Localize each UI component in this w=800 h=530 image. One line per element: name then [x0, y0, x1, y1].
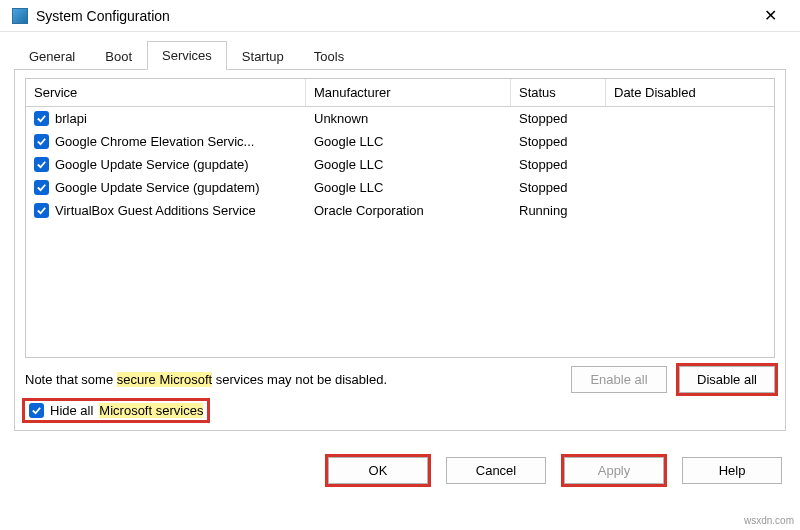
status-cell: Running — [511, 201, 606, 220]
checkbox-icon[interactable] — [34, 134, 49, 149]
services-panel: Service Manufacturer Status Date Disable… — [14, 70, 786, 431]
checkbox-icon[interactable] — [34, 157, 49, 172]
service-name: Google Update Service (gupdate) — [55, 157, 249, 172]
watermark: wsxdn.com — [744, 515, 794, 526]
note-highlight: secure Microsoft — [117, 372, 212, 387]
cancel-button[interactable]: Cancel — [446, 457, 546, 484]
date-disabled-cell — [606, 186, 774, 190]
hide-label-prefix: Hide all — [50, 403, 93, 418]
table-row[interactable]: brlapiUnknownStopped — [26, 107, 774, 130]
service-cell: brlapi — [26, 109, 306, 128]
manufacturer-cell: Oracle Corporation — [306, 201, 511, 220]
service-name: VirtualBox Guest Additions Service — [55, 203, 256, 218]
listview-body: brlapiUnknownStoppedGoogle Chrome Elevat… — [26, 107, 774, 222]
window-title: System Configuration — [36, 8, 170, 24]
service-cell: Google Update Service (gupdate) — [26, 155, 306, 174]
date-disabled-cell — [606, 163, 774, 167]
column-service[interactable]: Service — [26, 79, 306, 106]
status-cell: Stopped — [511, 178, 606, 197]
tab-strip: General Boot Services Startup Tools — [14, 40, 786, 70]
service-cell: VirtualBox Guest Additions Service — [26, 201, 306, 220]
service-name: brlapi — [55, 111, 87, 126]
status-cell: Stopped — [511, 109, 606, 128]
close-button[interactable]: ✕ — [750, 6, 790, 25]
tab-boot[interactable]: Boot — [90, 42, 147, 70]
disable-all-button[interactable]: Disable all — [679, 366, 775, 393]
manufacturer-cell: Google LLC — [306, 155, 511, 174]
manufacturer-cell: Google LLC — [306, 132, 511, 151]
date-disabled-cell — [606, 140, 774, 144]
column-manufacturer[interactable]: Manufacturer — [306, 79, 511, 106]
manufacturer-cell: Unknown — [306, 109, 511, 128]
tab-startup[interactable]: Startup — [227, 42, 299, 70]
date-disabled-cell — [606, 117, 774, 121]
tab-tools[interactable]: Tools — [299, 42, 359, 70]
column-date-disabled[interactable]: Date Disabled — [606, 79, 774, 106]
services-listview[interactable]: Service Manufacturer Status Date Disable… — [25, 78, 775, 358]
service-cell: Google Chrome Elevation Servic... — [26, 132, 306, 151]
note-prefix: Note that some — [25, 372, 117, 387]
date-disabled-cell — [606, 209, 774, 213]
ok-button[interactable]: OK — [328, 457, 428, 484]
tab-services[interactable]: Services — [147, 41, 227, 70]
table-row[interactable]: Google Update Service (gupdate)Google LL… — [26, 153, 774, 176]
service-cell: Google Update Service (gupdatem) — [26, 178, 306, 197]
manufacturer-cell: Google LLC — [306, 178, 511, 197]
table-row[interactable]: Google Chrome Elevation Servic...Google … — [26, 130, 774, 153]
checkbox-icon — [29, 403, 44, 418]
checkbox-icon[interactable] — [34, 203, 49, 218]
column-status[interactable]: Status — [511, 79, 606, 106]
enable-all-button[interactable]: Enable all — [571, 366, 667, 393]
service-name: Google Chrome Elevation Servic... — [55, 134, 254, 149]
dialog-buttons: OK Cancel Apply Help — [0, 443, 800, 494]
listview-header: Service Manufacturer Status Date Disable… — [26, 79, 774, 107]
service-name: Google Update Service (gupdatem) — [55, 180, 260, 195]
titlebar: System Configuration ✕ — [0, 0, 800, 32]
note-suffix: services may not be disabled. — [212, 372, 387, 387]
status-cell: Stopped — [511, 155, 606, 174]
checkbox-icon[interactable] — [34, 180, 49, 195]
app-icon — [12, 8, 28, 24]
table-row[interactable]: VirtualBox Guest Additions ServiceOracle… — [26, 199, 774, 222]
hide-microsoft-checkbox[interactable]: Hide all Microsoft services — [25, 401, 207, 420]
table-row[interactable]: Google Update Service (gupdatem)Google L… — [26, 176, 774, 199]
checkbox-icon[interactable] — [34, 111, 49, 126]
hide-label-highlight: Microsoft services — [99, 403, 203, 418]
note-text: Note that some secure Microsoft services… — [25, 372, 559, 387]
client-area: General Boot Services Startup Tools Serv… — [0, 32, 800, 443]
tab-general[interactable]: General — [14, 42, 90, 70]
status-cell: Stopped — [511, 132, 606, 151]
apply-button[interactable]: Apply — [564, 457, 664, 484]
note-row: Note that some secure Microsoft services… — [25, 366, 775, 393]
help-button[interactable]: Help — [682, 457, 782, 484]
